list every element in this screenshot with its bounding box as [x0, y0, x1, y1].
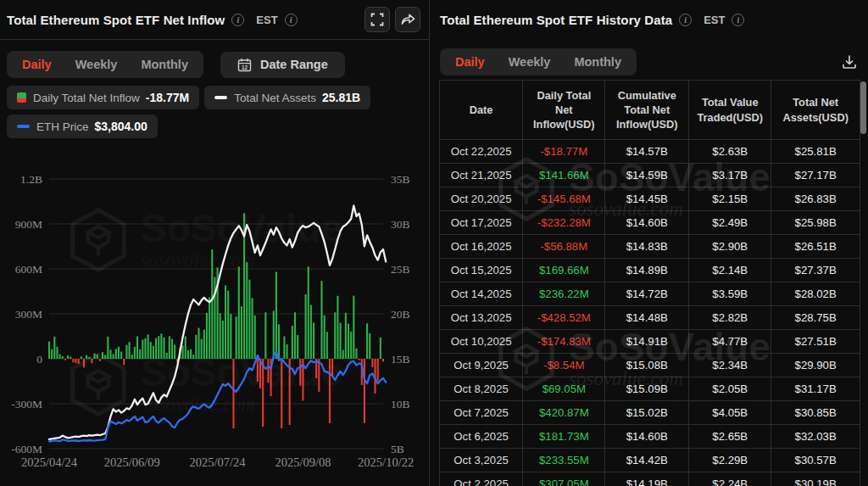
- traded-cell: $2.63B: [689, 140, 771, 164]
- net-inflow-panel: Total Ethereum Spot ETF Net Inflow i EST…: [0, 0, 429, 486]
- inflow-bar: [227, 291, 229, 359]
- inflow-cell: -$8.54M: [523, 354, 605, 377]
- table-row[interactable]: Oct 16,2025-$56.88M$14.83B$2.90B$26.51B: [440, 235, 860, 259]
- chart-canvas: 1.2B35B900M30B600M25B300M20B015B-300M10B…: [0, 163, 429, 486]
- cumulative-cell: $14.60B: [605, 425, 689, 449]
- inflow-bar: [51, 349, 53, 359]
- date-cell: Oct 21,2025: [440, 164, 523, 187]
- table-row[interactable]: Oct 9,2025-$8.54M$15.08B$2.34B$29.90B: [440, 354, 860, 377]
- inflow-bar: [281, 359, 282, 428]
- inflow-bar: [209, 298, 210, 359]
- date-cell: Oct 8,2025: [440, 377, 523, 401]
- tab-monthly[interactable]: Monthly: [141, 58, 188, 71]
- table-row[interactable]: Oct 13,2025-$428.52M$14.48B$2.82B$28.75B: [440, 306, 860, 330]
- table-row[interactable]: Oct 17,2025-$232.28M$14.60B$2.49B$25.98B: [440, 211, 860, 235]
- download-button[interactable]: [841, 53, 858, 70]
- legend-value: -18.77M: [146, 91, 189, 104]
- inflow-cell: $233.55M: [523, 449, 605, 472]
- table-row[interactable]: Oct 20,2025-$145.68M$14.45B$2.15B$26.83B: [440, 187, 860, 211]
- table-row[interactable]: Oct 22,2025-$18.77M$14.57B$2.63B$25.81B: [440, 140, 860, 164]
- inflow-bar: [273, 310, 275, 359]
- table-row[interactable]: Oct 10,2025-$174.83M$14.91B$4.77B$27.51B: [440, 330, 860, 354]
- inflow-bar: [342, 349, 344, 359]
- chart-legend: Daily Total Net Inflow -18.77M Total Net…: [7, 86, 420, 138]
- table-row[interactable]: Oct 21,2025$141.66M$14.59B$3.17B$27.17B: [440, 164, 860, 187]
- legend-label: Daily Total Net Inflow: [33, 92, 140, 104]
- tab-monthly[interactable]: Monthly: [574, 55, 621, 69]
- table-row[interactable]: Oct 14,2025$236.22M$14.72B$3.59B$28.02B: [440, 282, 860, 306]
- y-axis-label-left: 1.2B: [20, 173, 42, 186]
- inflow-bar: [248, 280, 250, 359]
- tab-weekly[interactable]: Weekly: [75, 58, 118, 71]
- tab-daily[interactable]: Daily: [22, 58, 52, 71]
- traded-cell: $4.77B: [689, 330, 771, 354]
- inflow-bar: [225, 285, 226, 359]
- x-axis-label: 2025/07/24: [190, 455, 247, 469]
- inflow-bar: [310, 304, 312, 359]
- inflow-bar: [86, 355, 87, 359]
- period-tab-group: Daily Weekly Monthly: [440, 48, 637, 75]
- inflow-bar: [99, 359, 101, 361]
- info-icon[interactable]: i: [231, 14, 244, 26]
- y-axis-label-right: 25B: [391, 263, 410, 276]
- table-row[interactable]: Oct 7,2025$420.87M$15.02B$4.05B$30.85B: [440, 401, 860, 425]
- inflow-bar: [238, 266, 240, 359]
- legend-item-net-assets[interactable]: Total Net Assets 25.81B: [204, 86, 370, 109]
- legend-item-net-inflow[interactable]: Daily Total Net Inflow -18.77M: [7, 86, 199, 109]
- legend-item-eth-price[interactable]: ETH Price $3,804.00: [7, 115, 158, 138]
- y-axis-label-left: -300M: [11, 398, 42, 411]
- inflow-bar: [262, 359, 264, 427]
- inflow-bar: [313, 323, 314, 359]
- x-axis-label: 2025/04/24: [21, 455, 78, 469]
- date-range-button[interactable]: 12 Date Range: [220, 52, 345, 78]
- date-cell: Oct 16,2025: [440, 235, 523, 259]
- inflow-bar: [163, 338, 164, 359]
- legend-value: 25.81B: [322, 91, 360, 104]
- assets-cell: $26.83B: [771, 187, 860, 211]
- inflow-bar: [230, 314, 231, 359]
- assets-cell: $27.17B: [771, 164, 860, 187]
- inflow-bar: [107, 337, 108, 359]
- inflow-bar: [118, 347, 120, 359]
- inflow-bar: [113, 354, 114, 359]
- legend-value: $3,804.00: [95, 120, 147, 133]
- table-row[interactable]: Oct 6,2025$181.73M$14.60B$2.65B$32.03B: [440, 425, 860, 449]
- fullscreen-button[interactable]: [364, 7, 390, 32]
- cumulative-cell: $14.91B: [605, 330, 689, 354]
- assets-cell: $28.02B: [771, 282, 860, 306]
- share-button[interactable]: [395, 7, 420, 32]
- cumulative-cell: $14.83B: [605, 235, 689, 259]
- history-table-wrap: Date Daily Total Net Inflow(USD) Cumulat…: [439, 80, 860, 486]
- timezone-info-icon[interactable]: i: [285, 14, 298, 26]
- date-cell: Oct 10,2025: [440, 330, 523, 354]
- tab-daily[interactable]: Daily: [455, 55, 485, 69]
- table-scrollbar[interactable]: [860, 81, 866, 134]
- inflow-bar: [182, 345, 184, 359]
- inflow-bar: [144, 338, 146, 359]
- inflow-bar: [340, 323, 342, 359]
- blue-dash-icon: [17, 125, 30, 129]
- inflow-bar: [305, 294, 307, 359]
- inflow-bar: [192, 355, 194, 359]
- inflow-bar: [267, 359, 269, 383]
- table-row[interactable]: Oct 8,2025$69.05M$15.09B$2.05B$31.17B: [440, 377, 860, 401]
- date-cell: Oct 15,2025: [440, 259, 523, 282]
- timezone-label: EST: [704, 14, 725, 26]
- table-row[interactable]: Oct 2,2025$307.05M$14.19B$2.24B$30.19B: [440, 472, 860, 486]
- timezone-info-icon[interactable]: i: [732, 14, 744, 26]
- assets-cell: $31.17B: [771, 377, 860, 401]
- inflow-bar: [166, 353, 168, 359]
- y-axis-label-left: -600M: [11, 443, 42, 455]
- info-icon[interactable]: i: [679, 14, 692, 26]
- inflow-bar: [134, 347, 136, 359]
- table-row[interactable]: Oct 3,2025$233.55M$14.42B$2.29B$30.57B: [440, 449, 860, 472]
- inflow-bar: [56, 347, 58, 359]
- traded-cell: $2.90B: [689, 235, 771, 259]
- inflow-bar: [355, 349, 357, 359]
- right-tabs-row: Daily Weekly Monthly: [440, 48, 858, 75]
- inflow-bar: [320, 281, 322, 359]
- tab-weekly[interactable]: Weekly: [509, 55, 551, 69]
- date-cell: Oct 14,2025: [440, 282, 523, 306]
- cumulative-cell: $15.02B: [605, 401, 689, 425]
- table-row[interactable]: Oct 15,2025$169.66M$14.89B$2.14B$27.37B: [440, 259, 860, 282]
